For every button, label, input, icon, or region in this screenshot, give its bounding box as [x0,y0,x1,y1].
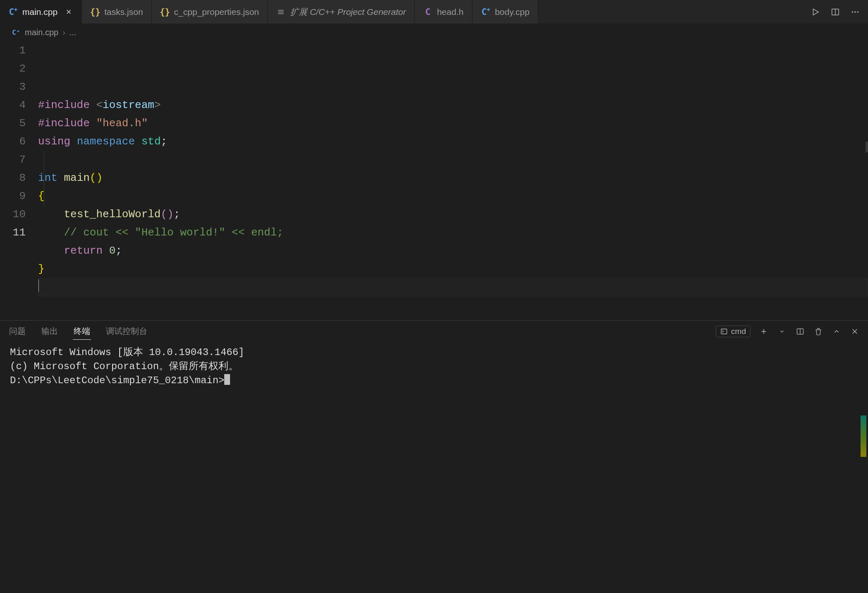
code-area[interactable]: #include <iostream>#include "head.h"usin… [38,40,868,320]
line-number: 2 [0,60,26,78]
json-file-icon: {} [160,7,170,17]
line-number: 10 [0,205,26,223]
indent-guide [44,151,44,206]
svg-rect-9 [721,329,727,334]
terminal-line: (c) Microsoft Corporation。保留所有权利。 [10,360,858,374]
text-caret [38,279,39,292]
code-line[interactable] [38,151,868,169]
code-line[interactable]: using namespace std; [38,132,868,151]
editor-tab[interactable]: C+main.cpp× [0,0,82,24]
run-icon[interactable] [810,7,821,17]
tab-label: c_cpp_properties.json [174,7,259,17]
kill-terminal-icon[interactable] [813,327,823,336]
svg-point-7 [857,11,858,12]
code-line[interactable]: { [38,187,868,205]
line-number: 5 [0,114,26,132]
tab-bar-actions [810,0,868,24]
overview-ruler[interactable] [860,40,868,320]
line-number: 9 [0,187,26,205]
cpp-file-icon: C+ [8,7,18,17]
split-terminal-icon[interactable] [795,327,805,336]
editor-tab[interactable]: C+body.cpp [472,0,538,24]
line-number: 7 [0,151,26,169]
code-line[interactable] [38,278,868,296]
line-number: 11 [0,223,26,242]
maximize-panel-icon[interactable] [832,327,842,336]
line-number: 1 [0,41,26,60]
close-tab-icon[interactable]: × [64,7,73,17]
terminal-line: Microsoft Windows [版本 10.0.19043.1466] [10,346,858,360]
terminal-line: D:\CPPs\LeetCode\simple75_0218\main> [10,374,858,388]
tab-label: tasks.json [104,7,143,17]
more-icon[interactable] [850,7,861,17]
terminal-output[interactable]: Microsoft Windows [版本 10.0.19043.1466](c… [0,342,868,593]
tab-label: head.h [437,7,463,17]
line-number: 4 [0,96,26,114]
editor-tab[interactable]: {}c_cpp_properties.json [152,0,268,24]
split-editor-icon[interactable] [830,7,841,17]
panel-tab[interactable]: 终端 [73,323,91,340]
svg-point-6 [854,11,856,12]
tab-label: main.cpp [22,7,58,17]
editor-tab[interactable]: 扩展 C/C++ Project Generator [268,0,415,24]
code-line[interactable]: int main() [38,169,868,187]
editor-tab-bar: C+main.cpp×{}tasks.json{}c_cpp_propertie… [0,0,868,24]
terminal-shell-label: cmd [731,327,746,336]
line-number: 3 [0,78,26,96]
breadcrumb-separator: › [62,28,66,37]
bottom-panel: 问题输出终端调试控制台 cmd [0,320,868,593]
terminal-dropdown-icon[interactable] [777,327,787,336]
editor-tab[interactable]: {}tasks.json [82,0,151,24]
line-number: 6 [0,132,26,151]
code-line[interactable]: // cout << "Hello world!" << endl; [38,223,868,242]
panel-tab[interactable]: 输出 [41,323,59,339]
breadcrumb-trail: ... [70,28,77,37]
json-file-icon: {} [90,7,100,17]
new-terminal-icon[interactable] [759,327,769,336]
panel-tab[interactable]: 问题 [8,323,26,339]
breadcrumb[interactable]: C⁺ main.cpp › ... [0,24,868,40]
terminal-shell-selector[interactable]: cmd [716,326,751,337]
panel-actions: cmd [716,326,860,337]
code-line[interactable]: #include "head.h" [38,114,868,132]
line-number: 8 [0,169,26,187]
breadcrumb-file: main.cpp [25,28,58,37]
panel-tab[interactable]: 调试控制台 [105,323,148,339]
code-editor[interactable]: 1234567891011 #include <iostream>#includ… [0,40,868,320]
tab-label: 扩展 C/C++ Project Generator [290,6,406,18]
code-line[interactable]: test_helloWorld(); [38,205,868,223]
minimap-overview [861,415,866,457]
code-line[interactable]: #include <iostream> [38,96,868,114]
line-number-gutter: 1234567891011 [0,40,38,320]
cpp-file-icon: C+ [481,7,491,17]
close-panel-icon[interactable] [850,327,860,336]
editor-tab[interactable]: Chead.h [415,0,472,24]
cpp-file-icon: C⁺ [12,27,22,37]
tab-label: body.cpp [495,7,530,17]
svg-point-5 [852,11,853,12]
code-line[interactable]: } [38,260,868,278]
code-line[interactable]: return 0; [38,242,868,260]
svg-text:C⁺: C⁺ [12,29,20,36]
header-file-icon: C [423,7,433,17]
panel-tab-bar: 问题输出终端调试控制台 cmd [0,321,868,342]
terminal-cursor [224,374,230,385]
extension-icon [276,7,286,17]
